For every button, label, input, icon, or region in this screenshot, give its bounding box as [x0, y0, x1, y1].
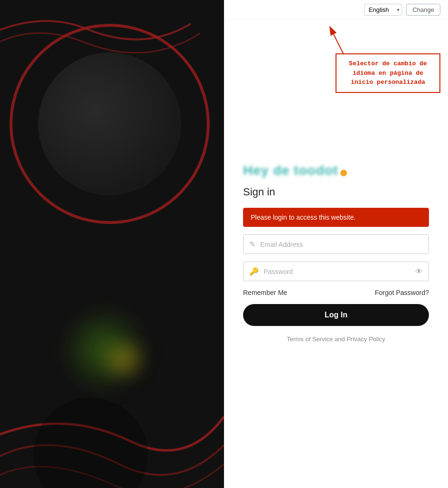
password-field[interactable] — [264, 268, 410, 275]
key-icon: 🔑 — [249, 267, 259, 276]
sign-in-title: Sign in — [243, 186, 429, 198]
email-field[interactable] — [260, 241, 423, 248]
decorative-circle-inner — [38, 52, 181, 195]
password-input-group[interactable]: 🔑 👁 — [243, 262, 429, 281]
change-button[interactable]: Change — [406, 4, 440, 16]
right-panel: English Español Français ▾ Change Select… — [224, 0, 448, 488]
error-banner: Please login to access this website. — [243, 208, 429, 227]
language-select[interactable]: English Español Français — [364, 4, 402, 16]
annotation-box: Selector de cambio de idioma en página d… — [336, 53, 440, 93]
login-button[interactable]: Log In — [243, 304, 429, 326]
email-input-group[interactable]: ✎ — [243, 234, 429, 254]
remember-me-label[interactable]: Remember Me — [243, 289, 287, 296]
language-selector-wrapper[interactable]: English Español Français ▾ — [364, 4, 402, 16]
brand-dot — [340, 170, 347, 176]
main-content: Hey de toodot Sign in Please login to ac… — [224, 153, 448, 488]
forgot-password-link[interactable]: Forgot Password? — [375, 289, 429, 296]
swirl-bottom — [0, 274, 224, 488]
form-options: Remember Me Forgot Password? — [243, 289, 429, 296]
svg-point-0 — [33, 397, 148, 488]
brand-logo: Hey de toodot — [243, 163, 429, 178]
user-icon: ✎ — [249, 240, 255, 249]
annotation-area: Selector de cambio de idioma en página d… — [224, 20, 448, 153]
top-bar: English Español Français ▾ Change — [224, 0, 448, 20]
brand-logo-text: Hey de toodot — [243, 163, 338, 178]
terms-text[interactable]: Terms of Service and Privacy Policy — [243, 336, 429, 343]
annotation-text: Selector de cambio de idioma en página d… — [343, 59, 433, 87]
eye-icon[interactable]: 👁 — [415, 267, 423, 276]
left-panel — [0, 0, 224, 488]
